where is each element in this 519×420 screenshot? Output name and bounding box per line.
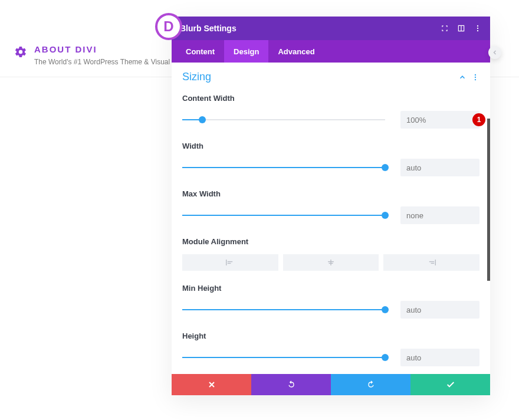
tab-design[interactable]: Design [224,40,268,63]
min-height-label: Min Height [182,284,479,293]
section-sizing-title: Sizing [182,71,211,83]
tab-advanced[interactable]: Advanced [268,40,324,63]
svg-rect-13 [429,261,433,262]
svg-rect-9 [330,260,331,265]
modal-footer [172,374,490,395]
undo-button[interactable] [251,374,331,395]
more-icon[interactable] [474,24,482,32]
max-width-label: Max Width [182,189,479,198]
align-center-button[interactable] [283,254,379,271]
chevron-up-icon[interactable] [458,73,467,81]
svg-point-1 [477,28,478,29]
divi-logo-icon: D [155,13,182,40]
field-module-alignment: Module Alignment [182,237,479,271]
svg-point-0 [477,25,478,27]
tab-content[interactable]: Content [176,40,224,63]
scrollbar[interactable] [487,119,490,281]
svg-rect-8 [228,263,231,264]
collapse-side-button[interactable] [488,46,501,59]
modal-header: Blurb Settings [172,17,490,40]
min-height-input[interactable]: auto [400,301,479,319]
content-width-label: Content Width [182,94,479,103]
content-width-slider[interactable] [182,119,385,120]
height-label: Height [182,332,479,340]
field-content-width: Content Width 100% 1 [182,94,479,129]
svg-point-2 [477,30,478,31]
gear-icon [14,45,27,58]
width-label: Width [182,142,479,150]
more-icon[interactable] [471,73,479,81]
redo-button[interactable] [331,374,410,395]
section-sizing-header[interactable]: Sizing [182,71,479,83]
save-button[interactable] [410,374,490,395]
max-width-input[interactable]: none [400,206,479,224]
annotation-badge-1: 1 [472,113,485,126]
field-height: Height auto [182,332,479,366]
svg-rect-14 [431,263,434,264]
tabs: Content Design Advanced [172,40,490,63]
svg-rect-11 [329,263,333,264]
settings-modal: Blurb Settings Content Design Advanced S… [172,17,490,395]
module-alignment-label: Module Alignment [182,237,479,246]
content-width-input[interactable]: 100% 1 [400,111,479,129]
align-left-button[interactable] [182,254,278,271]
layout-icon[interactable] [457,24,465,32]
height-slider[interactable] [182,357,385,358]
field-min-height: Min Height auto [182,284,479,319]
modal-body: Sizing Content Width 100% 1 [172,63,490,374]
snap-icon[interactable] [441,24,449,32]
svg-rect-6 [226,260,226,265]
min-height-slider[interactable] [182,309,385,310]
modal-title: Blurb Settings [180,24,236,33]
align-right-button[interactable] [383,254,479,271]
cancel-button[interactable] [172,374,251,395]
field-max-width: Max Width none [182,189,479,224]
field-width: Width auto [182,142,479,176]
width-input[interactable]: auto [400,159,479,176]
svg-point-3 [475,74,476,75]
height-input[interactable]: auto [400,349,479,366]
svg-rect-12 [435,260,435,265]
svg-point-5 [475,78,476,80]
max-width-slider[interactable] [182,215,385,216]
width-slider[interactable] [182,167,385,168]
svg-rect-7 [228,261,232,262]
svg-rect-10 [328,261,334,262]
svg-point-4 [475,76,476,77]
